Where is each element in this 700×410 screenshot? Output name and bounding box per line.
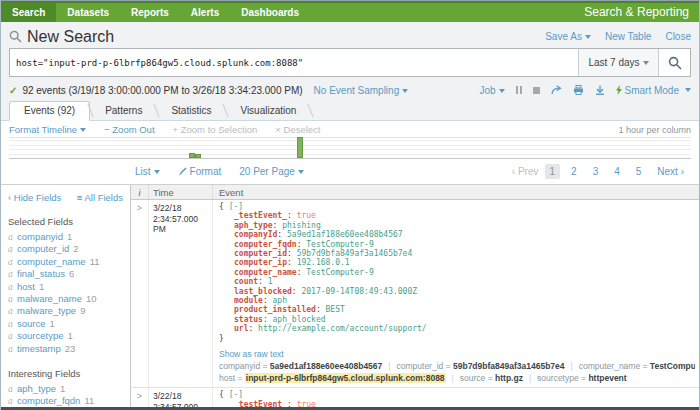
json-key: aph_type: [234, 221, 273, 230]
stop-icon[interactable]: [533, 87, 540, 94]
search-input[interactable]: [10, 49, 578, 76]
timeline-histogram[interactable]: [9, 137, 691, 159]
meta-field-value[interactable]: TestComputer-9: [650, 361, 695, 371]
json-field: url: http://example.com/account/support/: [219, 324, 695, 333]
field-name[interactable]: computer_name: [17, 256, 86, 267]
page-3-button[interactable]: 3: [588, 164, 604, 179]
json-field: computer_name: TestComputer-9: [219, 268, 695, 277]
page-5-button[interactable]: 5: [631, 164, 647, 179]
json-value: aph: [273, 296, 287, 305]
field-item-computer_name[interactable]: acomputer_name11: [8, 256, 123, 268]
event-sampling-dropdown[interactable]: No Event Sampling: [314, 85, 409, 96]
field-item-malware_type[interactable]: amalware_type9: [8, 305, 123, 317]
json-field: status: aph_blocked: [219, 315, 695, 324]
nav-item-datasets[interactable]: Datasets: [56, 3, 120, 22]
field-count: 11: [84, 395, 94, 406]
event-row: >3/22/182:34:57.000 PM{ [-]_testEvent_: …: [131, 200, 699, 388]
field-item-source[interactable]: asource1: [8, 318, 123, 330]
expand-event-arrow[interactable]: >: [131, 200, 149, 387]
field-name[interactable]: final_status: [17, 268, 65, 279]
format-timeline-dropdown[interactable]: Format Timeline: [9, 124, 86, 135]
meta-field-value[interactable]: httpevent: [588, 373, 626, 383]
interesting-fields-title: Interesting Fields: [8, 368, 123, 379]
per-page-dropdown[interactable]: 20 Per Page: [239, 166, 304, 177]
field-type-icon: a: [8, 244, 17, 255]
tab-statistics[interactable]: Statistics: [157, 102, 225, 120]
json-colon: :: [316, 305, 326, 314]
meta-field-value[interactable]: http.gz: [495, 373, 523, 383]
field-name[interactable]: computer_id: [17, 243, 69, 254]
export-download-icon[interactable]: [595, 85, 605, 95]
field-item-malware_name[interactable]: amalware_name10: [8, 293, 123, 305]
all-fields-button[interactable]: ≡ All Fields: [77, 192, 123, 203]
field-item-aph_type[interactable]: aaph_type1: [8, 383, 123, 395]
meta-field-value[interactable]: 5a9ed1af188e60ee408b4567: [270, 361, 383, 371]
search-mode-selector[interactable]: Smart Mode: [616, 85, 691, 96]
expand-event-arrow[interactable]: >: [131, 388, 149, 407]
field-name[interactable]: aph_type: [17, 383, 56, 394]
field-item-computer_id[interactable]: acomputer_id2: [8, 243, 123, 255]
field-item-companyid[interactable]: acompanyid1: [8, 231, 123, 243]
new-table-button[interactable]: New Table: [605, 31, 652, 42]
nav-item-reports[interactable]: Reports: [120, 3, 180, 22]
json-colon: :: [287, 249, 297, 258]
field-name[interactable]: host: [17, 281, 35, 292]
collapse-json-button[interactable]: [-]: [229, 202, 243, 211]
meta-field-value[interactable]: 59b7d9bfa849af3a1465b7e4: [453, 361, 565, 371]
search-bar: Last 7 days: [9, 48, 691, 77]
nav-item-dashboards[interactable]: Dashboards: [230, 3, 310, 22]
field-item-final_status[interactable]: afinal_status6: [8, 268, 123, 280]
field-name[interactable]: sourcetype: [17, 330, 63, 341]
next-page-button[interactable]: Next ›: [652, 164, 689, 179]
field-name[interactable]: timestamp: [17, 343, 61, 354]
field-item-sourcetype[interactable]: asourcetype1: [8, 330, 123, 342]
save-as-button[interactable]: Save As: [545, 31, 591, 42]
field-item-host[interactable]: ahost1: [8, 281, 123, 293]
meta-separator: |: [452, 373, 454, 383]
field-name[interactable]: computer_fqdn: [17, 395, 80, 406]
format-results-button[interactable]: Format: [178, 166, 222, 177]
pause-icon[interactable]: [516, 86, 522, 94]
json-value: 1: [268, 277, 273, 286]
collapse-json-button[interactable]: [-]: [229, 390, 243, 399]
search-submit-button[interactable]: [658, 49, 690, 76]
field-count: 1: [39, 281, 44, 292]
json-colon: :: [263, 296, 273, 305]
hide-fields-button[interactable]: ‹ Hide Fields: [8, 192, 61, 203]
field-name[interactable]: malware_type: [17, 305, 76, 316]
tab-patterns[interactable]: Patterns: [91, 102, 156, 120]
page-1-button[interactable]: 1: [545, 164, 561, 179]
field-name[interactable]: malware_name: [17, 293, 82, 304]
close-button[interactable]: Close: [665, 31, 691, 42]
show-raw-text-link[interactable]: Show as raw text: [219, 349, 284, 359]
print-icon[interactable]: [573, 85, 584, 95]
meta-field-label: source =: [460, 373, 495, 383]
page-header: New Search Save As New Table Close Last …: [1, 22, 699, 101]
zoom-out-button[interactable]: − Zoom Out: [104, 124, 154, 135]
page-4-button[interactable]: 4: [609, 164, 625, 179]
list-view-dropdown[interactable]: List: [135, 166, 160, 177]
nav-item-search[interactable]: Search: [1, 3, 56, 22]
timeline-bar[interactable]: [195, 154, 201, 158]
tab-visualization[interactable]: Visualization: [226, 102, 310, 120]
field-item-computer_fqdn[interactable]: acomputer_fqdn11: [8, 395, 123, 407]
share-icon[interactable]: [551, 85, 562, 95]
meta-field-value[interactable]: input-prd-p-6lbrfp864gw5.cloud.splunk.co…: [245, 373, 446, 383]
json-colon: :: [292, 287, 302, 296]
nav-item-alerts[interactable]: Alerts: [180, 3, 230, 22]
field-name[interactable]: companyid: [17, 231, 63, 242]
field-type-icon: a: [8, 396, 17, 407]
results-area: ‹ Hide Fields ≡ All Fields Selected Fiel…: [1, 185, 699, 407]
tab-events[interactable]: Events (92): [9, 101, 90, 121]
time-range-picker[interactable]: Last 7 days: [578, 49, 658, 76]
timeline-bar[interactable]: [189, 153, 195, 158]
page-2-button[interactable]: 2: [566, 164, 582, 179]
event-column-header: Event: [213, 187, 699, 198]
field-type-icon: a: [8, 384, 17, 395]
job-menu-button[interactable]: Job: [479, 85, 504, 96]
field-name[interactable]: source: [17, 318, 46, 329]
field-item-timestamp[interactable]: atimestamp23: [8, 343, 123, 355]
timeline-section: Format Timeline − Zoom Out + Zoom to Sel…: [1, 121, 699, 159]
json-field: aph_type: phishing: [219, 221, 695, 230]
timeline-bar[interactable]: [297, 137, 303, 158]
